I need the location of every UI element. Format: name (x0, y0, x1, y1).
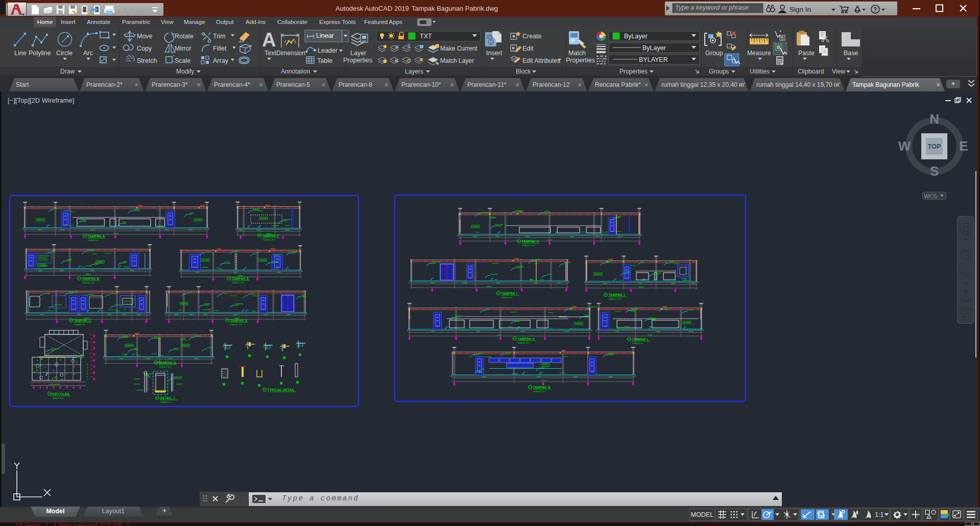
svg-text:Mirror: Mirror (175, 45, 192, 52)
svg-text:SKALA 1:100: SKALA 1:100 (533, 390, 546, 393)
svg-text:Leader: Leader (318, 47, 338, 54)
svg-text:MODEL: MODEL (691, 511, 714, 518)
svg-text:E: E (959, 138, 968, 154)
svg-text:Text: Text (265, 50, 276, 57)
svg-text:SKALA 1:50: SKALA 1:50 (501, 296, 513, 299)
svg-text:View: View (832, 68, 845, 75)
svg-text:Edit: Edit (522, 45, 534, 52)
svg-text:Insert: Insert (486, 50, 503, 57)
svg-text:Fillet: Fillet (213, 45, 227, 52)
svg-text:SKALA 1:100: SKALA 1:100 (609, 298, 622, 300)
svg-text:TAMPAK G: TAMPAK G (159, 361, 176, 365)
svg-text:TAMPAK J: TAMPAK J (609, 293, 626, 297)
svg-text:SKALA 1:100: SKALA 1:100 (262, 238, 275, 241)
svg-text:TAMPAK L: TAMPAK L (632, 338, 649, 341)
svg-text:N: N (929, 111, 939, 127)
svg-text:TOP: TOP (928, 143, 941, 150)
svg-text:Block: Block (516, 68, 531, 75)
svg-text:SKALA 1:50: SKALA 1:50 (632, 342, 643, 345)
svg-text:Sign In: Sign In (790, 6, 811, 13)
svg-text:S: S (930, 163, 939, 179)
svg-text:Copy: Copy (137, 45, 152, 52)
svg-text:Properties: Properties (619, 68, 648, 75)
svg-text:SKALA 1:100: SKALA 1:100 (522, 244, 535, 247)
svg-text:KEY PLAN: KEY PLAN (53, 392, 70, 396)
svg-text:TAMPAK C: TAMPAK C (74, 319, 91, 322)
svg-text:TAMPAK I: TAMPAK I (501, 292, 517, 295)
svg-text:WCS: WCS (924, 193, 937, 199)
svg-text:SKALA 1:50: SKALA 1:50 (518, 342, 529, 344)
svg-text:ByLayer: ByLayer (642, 44, 666, 52)
svg-text:Line: Line (14, 50, 27, 57)
svg-text:SKALA 1:100: SKALA 1:100 (159, 366, 172, 368)
svg-text:1:1: 1:1 (875, 511, 883, 518)
svg-text:SKALA 1:50: SKALA 1:50 (160, 401, 172, 403)
svg-text:TAMPAK B: TAMPAK B (82, 277, 100, 280)
svg-text:Stretch: Stretch (137, 57, 157, 64)
svg-text:SKALA 1:100: SKALA 1:100 (230, 323, 243, 326)
svg-text:Properties: Properties (566, 57, 595, 64)
svg-text:Rotate: Rotate (175, 33, 194, 40)
svg-text:Arc: Arc (83, 50, 93, 57)
svg-text:SKALA 1:100: SKALA 1:100 (82, 281, 95, 284)
svg-text:TAMPAK A: TAMPAK A (88, 234, 105, 238)
svg-text:TAMPAK D: TAMPAK D (230, 319, 248, 322)
svg-text:W: W (898, 138, 911, 154)
svg-text:Trim: Trim (213, 33, 226, 40)
svg-text:TXT: TXT (420, 33, 432, 40)
svg-text:Properties: Properties (343, 57, 372, 64)
svg-text:Polyline: Polyline (29, 50, 51, 57)
svg-text:Measure: Measure (747, 50, 771, 57)
svg-text:Scale: Scale (175, 57, 190, 64)
svg-text:Dimension: Dimension (276, 50, 305, 57)
svg-text:Circle: Circle (56, 50, 73, 57)
svg-text:Clipboard: Clipboard (798, 68, 824, 75)
svg-text:Paste: Paste (798, 50, 815, 57)
svg-text:Layer: Layer (350, 50, 366, 57)
svg-text:Match: Match (568, 50, 586, 57)
svg-text:TAMPAK K: TAMPAK K (518, 337, 535, 341)
svg-text:TAMPAK F: TAMPAK F (262, 234, 279, 237)
svg-text:Annotation: Annotation (281, 68, 310, 75)
svg-text:Utilities: Utilities (750, 68, 770, 75)
svg-text:SKALA 1:50: SKALA 1:50 (53, 397, 64, 399)
svg-text:Create: Create (522, 33, 542, 40)
svg-text:Group: Group (705, 50, 723, 57)
svg-text:Draw: Draw (60, 68, 75, 75)
svg-text:ByLayer: ByLayer (624, 33, 648, 40)
svg-text:?: ? (873, 6, 877, 13)
svg-text:Array: Array (213, 57, 229, 64)
svg-text:DETAIL 1: DETAIL 1 (160, 396, 175, 400)
svg-text:SKALA 1:50: SKALA 1:50 (74, 323, 85, 326)
svg-text:A: A (262, 29, 276, 51)
svg-text:Match Layer: Match Layer (440, 57, 474, 64)
svg-text:Base: Base (844, 50, 858, 57)
svg-text:TAMPAK E: TAMPAK E (232, 277, 249, 280)
svg-text:Linear: Linear (316, 32, 334, 39)
svg-text:BYLAYER: BYLAYER (639, 56, 668, 63)
svg-text:TYPICAL DETAIL: TYPICAL DETAIL (268, 388, 295, 392)
svg-text:Layers: Layers (405, 68, 423, 75)
svg-text:SKALA 1:50: SKALA 1:50 (88, 239, 99, 242)
svg-text:Make Current: Make Current (440, 45, 477, 52)
svg-text:Modify: Modify (176, 68, 194, 75)
svg-text:Edit Attributes: Edit Attributes (522, 57, 560, 64)
svg-text:Move: Move (137, 33, 153, 40)
svg-text:TAMPAK H: TAMPAK H (522, 240, 539, 243)
svg-text:Table: Table (317, 57, 332, 64)
svg-text:SKALA 1:100: SKALA 1:100 (232, 281, 245, 284)
svg-text:TAMPAK M: TAMPAK M (533, 386, 551, 389)
svg-text:Groups: Groups (709, 68, 729, 75)
